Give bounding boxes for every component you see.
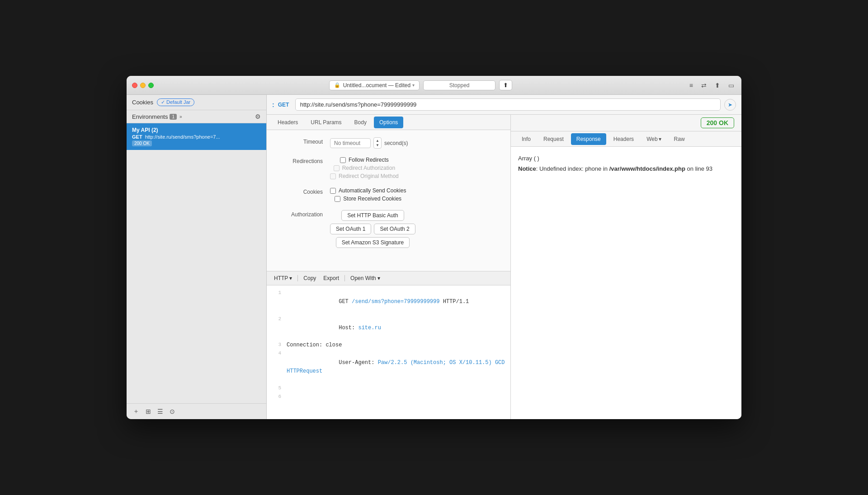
- timeout-stepper[interactable]: ▲ ▼: [373, 137, 382, 149]
- follow-redirects-label[interactable]: Follow Redirects: [340, 157, 389, 163]
- response-pane: 200 OK Info Request Response Headers Web…: [511, 115, 741, 419]
- code-line-6: 6: [267, 393, 510, 402]
- sidebar-header: Cookies Default Jar: [127, 95, 266, 110]
- add-button[interactable]: ＋: [131, 406, 141, 416]
- code-ua-key: User-Agent:: [339, 360, 377, 366]
- cookies-control: Automatically Send Cookies Store Receive…: [330, 187, 406, 202]
- maximize-button[interactable]: [148, 83, 154, 88]
- follow-redirects-checkbox[interactable]: [340, 157, 346, 163]
- api-group-label: My API (2): [132, 127, 261, 133]
- split-pane: Headers URL Params Body Options Timeout: [267, 115, 741, 419]
- chevron-down-icon: ▾: [412, 83, 415, 88]
- set-http-basic-button[interactable]: Set HTTP Basic Auth: [341, 210, 404, 221]
- redirect-auth-checkbox: [334, 165, 340, 171]
- traffic-lights: [132, 83, 154, 88]
- response-tab-bar: Info Request Response Headers Web ▾ Raw: [511, 131, 741, 147]
- item-url: http://site.ru/send/sms?phone=7...: [145, 134, 220, 140]
- http-chevron-icon: ▾: [289, 275, 292, 281]
- default-jar-button[interactable]: Default Jar: [157, 98, 194, 106]
- url-input[interactable]: [295, 98, 721, 111]
- auth-row: Authorization Set HTTP Basic Auth Set OA…: [276, 210, 501, 248]
- open-with-chevron-icon: ▾: [377, 275, 380, 281]
- redirect-method-label: Redirect Original Method: [330, 173, 399, 179]
- title-bar-actions: ≡ ⇄ ⬆ ▭: [688, 81, 736, 90]
- code-connection: Connection: close: [287, 341, 507, 350]
- set-oauth1-button[interactable]: Set OAuth 1: [330, 224, 371, 234]
- auth-btn-row3: Set Amazon S3 Signature: [336, 237, 410, 248]
- store-received-checkbox[interactable]: [335, 196, 340, 202]
- cookies-row: Cookies Automatically Send Cookies Store…: [276, 187, 501, 202]
- timeout-label: Timeout: [276, 137, 330, 145]
- item-status-badge: 200 OK: [132, 140, 152, 146]
- redirect-method-checkbox: [330, 173, 336, 179]
- tab-headers[interactable]: Headers: [272, 117, 303, 128]
- code-toolbar: HTTP ▾ Copy Export Open With ▾: [267, 271, 510, 285]
- timeout-control: ▲ ▼ second(s): [330, 137, 408, 149]
- record-button[interactable]: ⊙: [168, 407, 177, 416]
- auto-send-label[interactable]: Automatically Send Cookies: [330, 187, 406, 194]
- set-amazon-s3-button[interactable]: Set Amazon S3 Signature: [336, 237, 410, 248]
- url-method-label: GET: [278, 102, 292, 108]
- code-line-1: 1 GET /send/sms?phone=79999999999 HTTP/1…: [267, 289, 510, 315]
- environments-label: Environments: [132, 113, 168, 120]
- auth-control: Set HTTP Basic Auth Set OAuth 1 Set OAut…: [330, 210, 415, 248]
- code-host-val: site.ru: [358, 325, 381, 331]
- code-line-5: 5: [267, 384, 510, 393]
- gear-icon[interactable]: ⚙: [255, 113, 261, 120]
- environments-row: Environments 1 » ⚙: [127, 110, 266, 123]
- response-line-2: Notice: Undefined index: phone in /var/w…: [518, 164, 734, 174]
- redirections-control: Follow Redirects Redirect Authorization …: [330, 157, 399, 179]
- code-ua-val: Paw/2.2.5 (Macintosh; OS X/10.11.5) GCDH…: [287, 360, 505, 374]
- web-chevron-icon: ▾: [659, 136, 661, 142]
- notice-middle: : Undefined index: phone in: [536, 165, 609, 172]
- notice-code-path: /var/www/htdocs/index.php: [609, 165, 685, 172]
- close-button[interactable]: [132, 83, 137, 88]
- api-item-row: GET http://site.ru/send/sms?phone=7...: [132, 134, 261, 140]
- sidebar-item-api[interactable]: My API (2) GET http://site.ru/send/sms?p…: [127, 123, 266, 150]
- auto-send-checkbox[interactable]: [330, 188, 336, 194]
- tab-options[interactable]: Options: [374, 117, 403, 128]
- toolbar-sep1: [297, 275, 298, 281]
- share-button[interactable]: ⬆: [499, 80, 512, 90]
- lines-icon[interactable]: ≡: [688, 81, 695, 90]
- follow-redirects-text: Follow Redirects: [349, 157, 389, 163]
- open-with-button[interactable]: Open With ▾: [349, 274, 382, 282]
- sidebar-items: My API (2) GET http://site.ru/send/sms?p…: [127, 123, 266, 403]
- send-button[interactable]: ➤: [724, 99, 736, 111]
- timeout-row: Timeout ▲ ▼ second(s): [276, 137, 501, 149]
- tab-info[interactable]: Info: [516, 133, 536, 145]
- lock-icon: 🔒: [334, 82, 340, 88]
- tab-resp-headers[interactable]: Headers: [608, 133, 639, 145]
- tab-raw[interactable]: Raw: [669, 133, 690, 145]
- copy-button[interactable]: Copy: [302, 274, 318, 282]
- toolbar-sep2: [344, 275, 345, 281]
- store-received-label[interactable]: Store Received Cookies: [335, 196, 401, 202]
- tab-response[interactable]: Response: [571, 133, 606, 145]
- sync-icon[interactable]: ⇄: [699, 81, 708, 90]
- list-button[interactable]: ☰: [156, 407, 165, 416]
- document-title: Untitled...ocument — Edited: [343, 82, 410, 89]
- tab-body[interactable]: Body: [349, 117, 372, 128]
- auth-btn-row1: Set HTTP Basic Auth: [341, 210, 404, 221]
- set-oauth2-button[interactable]: Set OAuth 2: [374, 224, 415, 234]
- export-icon[interactable]: ⬆: [713, 81, 722, 90]
- duplicate-button[interactable]: ⊞: [144, 407, 153, 416]
- notice-label: Notice: [518, 165, 536, 172]
- url-bar: : GET ➤: [267, 95, 741, 115]
- timeout-input[interactable]: [330, 138, 371, 148]
- export-code-button[interactable]: Export: [321, 274, 341, 282]
- auto-send-text: Automatically Send Cookies: [339, 187, 406, 194]
- tab-request[interactable]: Request: [538, 133, 569, 145]
- monitor-icon[interactable]: ▭: [726, 81, 736, 90]
- tab-url-params[interactable]: URL Params: [305, 117, 347, 128]
- response-line-1: Array ( ): [518, 154, 734, 163]
- notice-suffix: on line 93: [685, 165, 712, 172]
- minimize-button[interactable]: [140, 83, 146, 88]
- http-dropdown-button[interactable]: HTTP ▾: [272, 274, 294, 282]
- tab-web[interactable]: Web ▾: [641, 133, 666, 145]
- cookies-label: Cookies: [132, 99, 153, 106]
- send-icon: ➤: [728, 102, 732, 108]
- document-title-bar[interactable]: 🔒 Untitled...ocument — Edited ▾: [329, 80, 420, 90]
- env-chevron-icon: »: [179, 114, 182, 119]
- options-panel: Timeout ▲ ▼ second(s): [267, 130, 510, 271]
